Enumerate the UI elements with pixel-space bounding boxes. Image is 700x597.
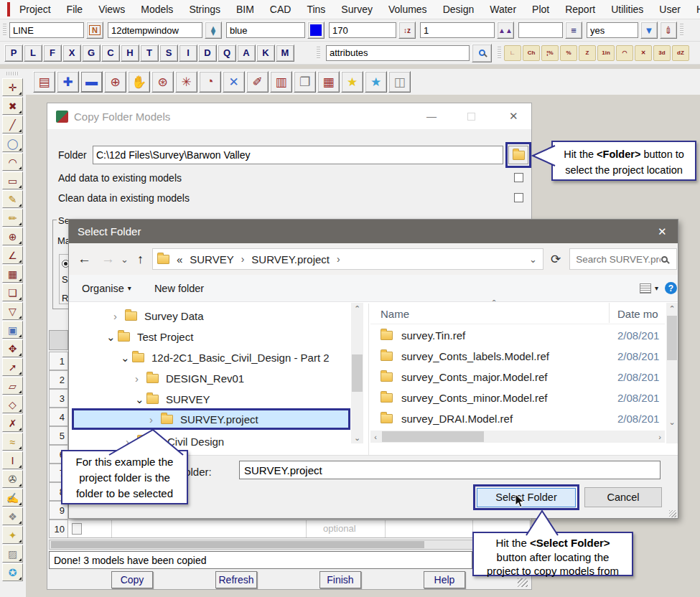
menu-models[interactable]: Models	[133, 0, 181, 19]
grid-row-header[interactable]: 5	[49, 426, 68, 445]
cad-measure-button[interactable]: ∟	[504, 45, 521, 61]
snap-h-button[interactable]: H	[121, 44, 139, 62]
image-tool-button[interactable]: ▣	[2, 321, 23, 339]
draw-circle-button[interactable]: ◯	[2, 134, 23, 152]
file-row-drai[interactable]: survey_DRAI.Model.ref 2/08/201	[370, 408, 665, 429]
grid-row-header[interactable]: 10	[49, 520, 68, 538]
cad-grade-dashed-button[interactable]: ¦%	[541, 45, 559, 61]
offset-tool-button[interactable]: ▱	[2, 377, 23, 395]
break-line-button[interactable]: ✖	[2, 97, 23, 115]
weight-picker-button[interactable]: ▲▲	[497, 22, 514, 39]
tree-item-12d-2c1[interactable]: ⌄12d-2C1_Basic_Civil_Design - Part 2	[68, 347, 348, 368]
snap-g-button[interactable]: G	[82, 44, 101, 62]
breadcrumb-collapse[interactable]: «	[177, 253, 182, 265]
utility-b-button[interactable]: ✦	[2, 526, 23, 544]
insert-node-button[interactable]: ⊕	[2, 227, 23, 245]
new-folder-button[interactable]: New folder	[154, 283, 204, 294]
cad-dz-button[interactable]: dZ	[672, 45, 689, 61]
cancel-button[interactable]: Cancel	[584, 487, 662, 507]
menu-report[interactable]: Report	[557, 0, 603, 19]
text-tool-button[interactable]: ✎	[2, 190, 23, 208]
grid-cell-checkbox[interactable]	[72, 523, 82, 535]
menu-project[interactable]: Project	[11, 0, 59, 19]
snap-d-button[interactable]: D	[198, 44, 217, 62]
grid-row-header[interactable]: 4	[49, 408, 68, 426]
menu-plot[interactable]: Plot	[524, 0, 557, 19]
pane-layout-button[interactable]: ◫	[388, 71, 411, 93]
star-tool-button[interactable]: ✪	[2, 563, 23, 581]
zoom-extents-button[interactable]: ⊕	[104, 71, 126, 93]
view-mode-caret[interactable]: ▾	[655, 284, 658, 292]
cad-grade-button[interactable]: %	[560, 45, 577, 61]
snap-a-button[interactable]: A	[237, 44, 256, 62]
height-input[interactable]	[329, 22, 396, 38]
minimize-button[interactable]: —	[426, 111, 437, 122]
snap-point-button[interactable]: ✛	[2, 78, 23, 96]
brush-button[interactable]: ✐	[246, 71, 269, 93]
name-picker-button[interactable]: N	[86, 22, 103, 39]
help-icon[interactable]: ?	[665, 282, 677, 294]
style-picker-button[interactable]: ≡	[565, 22, 582, 39]
menu-cad[interactable]: CAD	[262, 0, 299, 19]
cad-chainage-button[interactable]: Ch	[523, 45, 540, 61]
scroll-up-arrow[interactable]: ⌃	[666, 303, 678, 314]
zoom-window-button[interactable]: ⊛	[151, 71, 174, 93]
menu-strings[interactable]: Strings	[181, 0, 228, 19]
zoom-previous-button[interactable]: ◔	[199, 71, 221, 93]
move-tool-button[interactable]: ✥	[2, 339, 23, 357]
delete-points-button[interactable]: ✗	[2, 414, 23, 432]
grid-horizontal-scrollbar[interactable]	[49, 540, 531, 550]
maximize-button[interactable]	[467, 113, 475, 121]
utility-a-button[interactable]: ❖	[2, 507, 23, 525]
resize-grip[interactable]	[669, 510, 676, 517]
snap-k-button[interactable]: K	[256, 44, 275, 62]
cad-cross-button[interactable]: ✕	[635, 45, 652, 61]
linetype-input[interactable]	[9, 22, 84, 38]
favourite-button[interactable]: ★	[341, 71, 363, 93]
menu-volumes[interactable]: Volumes	[381, 0, 435, 19]
zoom-in-button[interactable]: ✚	[57, 71, 79, 93]
menu-bim[interactable]: BIM	[228, 0, 262, 19]
pane-divider[interactable]	[368, 304, 369, 458]
grid-row-10[interactable]: optional	[68, 520, 531, 538]
file-row-conts-major[interactable]: survey_Conts_major.Model.ref 2/08/201	[370, 367, 665, 387]
toolbar-grip[interactable]	[680, 24, 683, 37]
draw-line-button[interactable]: ╱	[2, 116, 23, 133]
column-name[interactable]: Name	[381, 308, 409, 320]
folder-name-input[interactable]	[239, 461, 661, 479]
file-horizontal-scrollbar[interactable]: ‹ ›	[370, 431, 665, 443]
back-button[interactable]: ←	[78, 251, 91, 267]
draw-arc-button[interactable]: ◠	[2, 153, 23, 171]
clean-data-checkbox[interactable]	[514, 193, 523, 202]
address-dropdown-button[interactable]: ⌄	[529, 254, 537, 265]
snap-x-button[interactable]: X	[62, 44, 81, 62]
colour-swatch-button[interactable]	[307, 22, 325, 39]
file-row-conts-labels[interactable]: survey_Conts_labels.Model.ref 2/08/201	[370, 346, 665, 367]
menu-water[interactable]: Water	[482, 0, 524, 19]
zoom-all-button[interactable]: ✳	[175, 71, 197, 93]
menu-design[interactable]: Design	[435, 0, 482, 19]
copy-button[interactable]: Copy	[111, 571, 153, 588]
view-mode-icon[interactable]	[640, 283, 651, 293]
menu-views[interactable]: Views	[90, 0, 133, 19]
finish-button[interactable]: Finish	[319, 571, 361, 588]
draw-rectangle-button[interactable]: ▭	[2, 171, 23, 189]
file-row-survey-tin[interactable]: survey.Tin.ref 2/08/201	[370, 325, 665, 346]
grid-row-header[interactable]: 1	[49, 352, 68, 370]
translate-tool-button[interactable]: ➚	[2, 358, 23, 376]
organise-menu[interactable]: Organise	[82, 283, 124, 294]
model-picker-button[interactable]: ⧫	[205, 22, 222, 39]
up-button[interactable]: ↑	[137, 252, 144, 267]
forward-button[interactable]: →	[101, 251, 115, 267]
select-folder-button[interactable]: Select Folder	[477, 488, 576, 507]
colour-input[interactable]	[226, 22, 305, 38]
snap-i-button[interactable]: I	[179, 44, 197, 62]
toolbar-grip[interactable]	[6, 72, 19, 75]
address-box[interactable]: « SURVEY › SURVEY.project › ⌄	[152, 248, 543, 270]
recent-dropdown-button[interactable]: ⌄	[121, 254, 129, 265]
grid-row-header[interactable]: 2	[49, 370, 68, 389]
weight-input[interactable]	[420, 22, 495, 38]
snap-q-button[interactable]: Q	[218, 44, 236, 62]
scroll-left-arrow[interactable]: ‹	[370, 431, 381, 443]
hatch-tool-button[interactable]: ▨	[2, 545, 23, 563]
